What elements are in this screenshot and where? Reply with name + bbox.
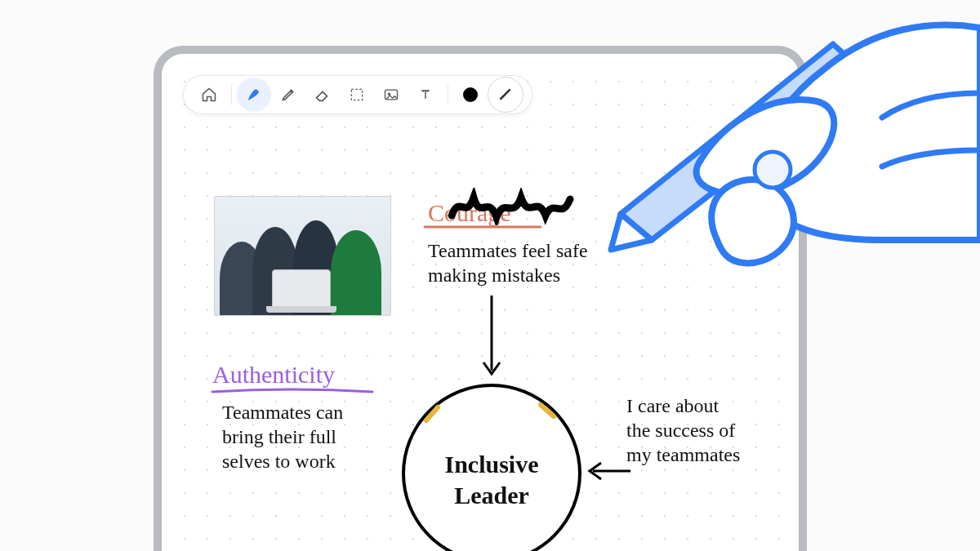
image-icon xyxy=(383,87,399,103)
circle-highlights xyxy=(394,375,590,551)
toolbar-separator xyxy=(448,84,448,105)
color-picker-button[interactable] xyxy=(453,78,488,112)
image-tool-button[interactable] xyxy=(374,78,408,112)
toolbar xyxy=(183,75,532,114)
select-icon xyxy=(349,87,365,103)
text-tool-button[interactable] xyxy=(408,78,443,112)
hand-illustration xyxy=(523,0,980,289)
pen-icon xyxy=(245,86,263,104)
heading-authenticity-underline xyxy=(209,385,381,397)
stroke-preview-icon xyxy=(497,87,514,103)
highlighter-icon xyxy=(279,86,297,104)
highlighter-tool-button[interactable] xyxy=(271,78,305,112)
right-description[interactable]: I care about the success of my teammates xyxy=(626,393,740,467)
eraser-icon xyxy=(314,86,332,104)
photo-laptop xyxy=(272,269,331,309)
home-icon xyxy=(201,87,217,103)
eraser-tool-button[interactable] xyxy=(305,78,340,112)
stroke-preview-button[interactable] xyxy=(488,77,523,113)
arrow-left xyxy=(585,459,634,483)
home-button[interactable] xyxy=(192,78,226,112)
arrow-down xyxy=(475,292,508,384)
inserted-photo[interactable] xyxy=(214,196,391,316)
svg-point-7 xyxy=(755,152,791,188)
stage: Courage Teammates feel safe making mista… xyxy=(0,0,980,551)
authenticity-description[interactable]: Teammates can bring their full selves to… xyxy=(222,400,343,473)
photo-person xyxy=(331,230,381,315)
toolbar-separator xyxy=(231,84,232,105)
pen-tool-button[interactable] xyxy=(237,78,271,112)
color-swatch xyxy=(463,87,478,102)
svg-rect-0 xyxy=(351,89,362,100)
select-tool-button[interactable] xyxy=(340,78,374,112)
text-icon xyxy=(417,87,434,103)
